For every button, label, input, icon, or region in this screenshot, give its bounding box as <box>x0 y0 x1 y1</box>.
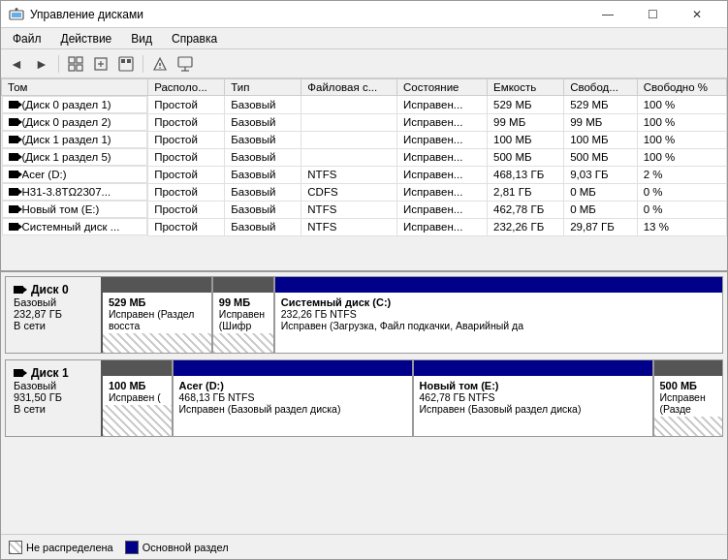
col-vol[interactable]: Том <box>2 79 148 96</box>
table-row[interactable]: Новый том (E:)ПростойБазовыйNTFSИсправен… <box>2 201 727 218</box>
partition[interactable]: 500 МБИсправен (Разде <box>654 360 723 436</box>
title-bar: Управление дисками — ☐ ✕ <box>1 1 727 28</box>
svg-rect-1 <box>12 13 21 17</box>
toolbar-back[interactable]: ◄ <box>5 53 28 75</box>
cell-free: 9,03 ГБ <box>564 166 638 183</box>
partition-size: 529 МБ <box>109 296 206 308</box>
toolbar-btn-3[interactable] <box>64 53 87 75</box>
col-freep[interactable]: Свободно % <box>637 79 726 96</box>
disk-name: Диск 0 <box>14 283 93 296</box>
legend-primary-label: Основной раздел <box>142 542 229 553</box>
table-row[interactable]: (Диск 0 раздел 2)ПростойБазовыйИсправен.… <box>2 113 727 131</box>
legend-unalloc-label: Не распределена <box>26 542 113 553</box>
partition-hatch <box>213 333 273 353</box>
maximize-button[interactable]: ☐ <box>630 5 675 24</box>
cell-vol: H31-3.8ТΩ2307... <box>2 183 148 201</box>
cell-type: Базовый <box>225 96 301 114</box>
cell-vol: (Диск 1 раздел 1) <box>2 131 148 148</box>
disk-status: В сети <box>14 403 93 415</box>
partition-desc: 232,26 ГБ NTFS <box>281 308 716 320</box>
cell-type: Базовый <box>225 218 301 235</box>
col-fs[interactable]: Файловая с... <box>301 79 397 96</box>
cell-cap: 500 МБ <box>488 148 564 166</box>
menu-action[interactable]: Действие <box>53 30 120 47</box>
cell-cap: 232,26 ГБ <box>488 218 564 235</box>
col-cap[interactable]: Емкость <box>488 79 564 96</box>
volumes-table: Том Располо... Тип Файловая с... Состоян… <box>1 78 727 236</box>
table-row[interactable]: H31-3.8ТΩ2307...ПростойБазовыйCDFSИсправ… <box>2 183 727 201</box>
table-row[interactable]: (Диск 1 раздел 1)ПростойБазовыйИсправен.… <box>2 131 727 148</box>
toolbar-btn-4[interactable] <box>89 53 112 75</box>
cell-loc: Простой <box>148 131 225 148</box>
cell-freep: 100 % <box>637 148 726 166</box>
cell-vol: Системный диск ... <box>2 218 148 235</box>
cell-free: 99 МБ <box>564 113 638 131</box>
disk-size: 931,50 ГБ <box>14 391 93 403</box>
toolbar-btn-5[interactable] <box>114 53 138 75</box>
table-row[interactable]: (Диск 0 раздел 1)ПростойБазовыйИсправен.… <box>2 96 727 114</box>
cell-freep: 100 % <box>637 113 726 131</box>
cell-vol: (Диск 0 раздел 1) <box>2 96 148 113</box>
table-row[interactable]: (Диск 1 раздел 5)ПростойБазовыйИсправен.… <box>2 148 727 166</box>
svg-rect-16 <box>178 57 192 67</box>
cell-type: Базовый <box>225 148 301 166</box>
partition[interactable]: Acer (D:)468,13 ГБ NTFSИсправен (Базовый… <box>174 360 414 436</box>
title-controls: — ☐ ✕ <box>586 5 719 24</box>
partition[interactable]: 100 МБИсправен ( <box>103 360 174 436</box>
toolbar-sep-1 <box>58 55 59 73</box>
menu-view[interactable]: Вид <box>123 30 160 47</box>
table-section[interactable]: Том Располо... Тип Файловая с... Состоян… <box>1 78 727 272</box>
col-type[interactable]: Тип <box>225 79 301 96</box>
title-left: Управление дисками <box>9 7 143 22</box>
partition-size: 500 МБ <box>660 380 717 391</box>
cell-free: 0 МБ <box>564 183 638 201</box>
disk-row: Диск 1 Базовый 931,50 ГБ В сети 100 МБИс… <box>5 359 723 437</box>
minimize-button[interactable]: — <box>586 5 630 24</box>
cell-vol: Acer (D:) <box>2 166 148 183</box>
partition-hatch <box>103 333 211 353</box>
toolbar: ◄ ► <box>1 49 727 78</box>
cell-freep: 13 % <box>637 218 726 235</box>
cell-cap: 100 МБ <box>488 131 564 148</box>
partition[interactable]: Новый том (E:)462,78 ГБ NTFSИсправен (Ба… <box>414 360 654 436</box>
menu-file[interactable]: Файл <box>5 30 49 47</box>
partition[interactable]: Системный диск (С:)232,26 ГБ NTFSИсправе… <box>275 277 722 353</box>
cell-type: Базовый <box>225 131 301 148</box>
toolbar-btn-7[interactable] <box>174 53 197 75</box>
cell-state: Исправен... <box>397 113 488 131</box>
cell-state: Исправен... <box>397 96 488 114</box>
toolbar-btn-6[interactable] <box>148 53 172 75</box>
cell-loc: Простой <box>148 218 225 235</box>
cell-type: Базовый <box>225 183 301 201</box>
partition[interactable]: 529 МБИсправен (Раздел восста <box>103 277 213 353</box>
disk-partitions: 100 МБИсправен (Acer (D:)468,13 ГБ NTFSИ… <box>103 360 722 436</box>
cell-loc: Простой <box>148 96 225 114</box>
table-row[interactable]: Acer (D:)ПростойБазовыйNTFSИсправен...46… <box>2 166 727 183</box>
partition-desc2: Исправен (Базовый раздел диска) <box>420 403 647 415</box>
partition-desc: Исправен (Раздел восста <box>109 308 206 331</box>
col-state[interactable]: Состояние <box>397 79 488 96</box>
cell-free: 29,87 ГБ <box>564 218 638 235</box>
cell-loc: Простой <box>148 183 225 201</box>
partition-desc2: Исправен (Базовый раздел диска) <box>179 403 406 415</box>
menu-help[interactable]: Справка <box>164 30 225 47</box>
table-row[interactable]: Системный диск ...ПростойБазовыйNTFSИспр… <box>2 218 727 235</box>
disk-icon <box>14 286 23 294</box>
window: Управление дисками — ☐ ✕ Файл Действие В… <box>0 0 728 560</box>
toolbar-forward[interactable]: ► <box>30 53 53 75</box>
partition[interactable]: 99 МБИсправен (Шифр <box>213 277 275 353</box>
toolbar-sep-2 <box>142 55 143 73</box>
col-free[interactable]: Свобод... <box>564 79 638 96</box>
partition-desc: Исправен (Шифр <box>219 308 268 331</box>
partition-size: 99 МБ <box>219 296 268 308</box>
col-loc[interactable]: Располо... <box>148 79 225 96</box>
disk-name: Диск 1 <box>14 366 93 380</box>
close-button[interactable]: ✕ <box>675 5 719 24</box>
cell-free: 500 МБ <box>564 148 638 166</box>
disk-section[interactable]: Диск 0 Базовый 232,87 ГБ В сети 529 МБИс… <box>1 272 727 534</box>
legend-unalloc: Не распределена <box>9 541 113 554</box>
svg-rect-5 <box>69 65 75 71</box>
svg-rect-11 <box>121 59 125 63</box>
disk-type: Базовый <box>14 296 93 308</box>
partition-header-bar <box>275 277 722 293</box>
